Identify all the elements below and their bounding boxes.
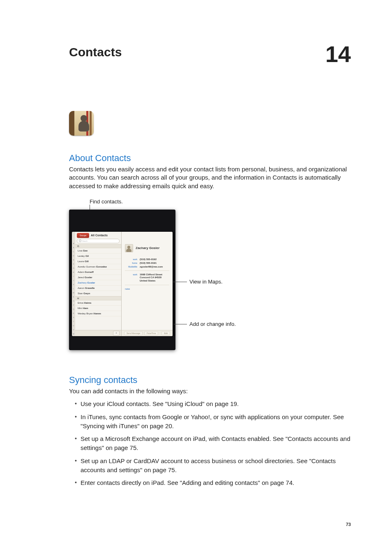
contacts-screenshot: ABCDEFGHIJKLMNOPQRSTUVWXYZ# Groups All C… bbox=[69, 210, 175, 350]
index-letter[interactable]: S bbox=[73, 316, 74, 318]
callout-view-in-maps: View in Maps. bbox=[189, 279, 223, 285]
list-item: Enter contacts directly on iPad. See "Ad… bbox=[75, 478, 351, 487]
index-letter[interactable]: L bbox=[73, 288, 74, 290]
contact-row[interactable]: Wesley Bryan Hamm bbox=[75, 311, 121, 316]
groups-button[interactable]: Groups bbox=[77, 233, 89, 238]
edit-button[interactable]: Edit bbox=[161, 331, 170, 335]
contact-row[interactable]: Adam Gorseff bbox=[75, 270, 121, 275]
contact-field[interactable]: home(510) 555-0191 bbox=[125, 262, 169, 264]
index-strip: ABCDEFGHIJKLMNOPQRSTUVWXYZ# bbox=[72, 232, 75, 336]
index-letter[interactable]: I bbox=[73, 275, 74, 277]
index-letter[interactable]: T bbox=[73, 321, 74, 323]
callout-find-contacts: Find contacts. bbox=[90, 198, 246, 205]
add-contact-button[interactable]: + bbox=[113, 331, 120, 336]
contact-row[interactable]: Erica Haims bbox=[75, 300, 121, 306]
section-heading-syncing: Syncing contacts bbox=[69, 375, 351, 385]
index-letter[interactable]: J bbox=[73, 279, 74, 281]
contact-card-pane: Zachary Gosler work(510) 555-0192home(51… bbox=[122, 232, 173, 336]
contact-name: Zachary Gosler bbox=[136, 246, 159, 250]
section-letter: H bbox=[75, 296, 121, 300]
list-item: In iTunes, sync contacts from Google or … bbox=[75, 413, 351, 431]
index-letter[interactable]: G bbox=[73, 267, 74, 269]
send-message-button[interactable]: Send Message bbox=[124, 331, 143, 335]
list-item: Set up a Microsoft Exchange account on i… bbox=[75, 434, 351, 452]
contacts-list-pane: Groups All Contacts Search GLisa GeeLesl… bbox=[75, 232, 122, 336]
index-letter[interactable]: K bbox=[73, 284, 74, 286]
list-item: Use your iCloud contacts. See "Using iCl… bbox=[75, 399, 351, 408]
contacts-app-icon bbox=[69, 111, 94, 136]
index-letter[interactable]: M bbox=[73, 292, 74, 294]
index-letter[interactable]: A bbox=[73, 242, 74, 245]
contact-row[interactable]: Jared Gosler bbox=[75, 275, 121, 280]
avatar bbox=[125, 244, 133, 252]
index-letter[interactable]: R bbox=[73, 312, 74, 314]
index-letter[interactable]: D bbox=[73, 255, 74, 257]
about-body: Contacts lets you easily access and edit… bbox=[69, 165, 351, 190]
search-icon bbox=[79, 240, 81, 242]
contact-field[interactable]: MobileMezgosler99@me.com bbox=[125, 265, 169, 268]
index-letter[interactable]: V bbox=[73, 329, 74, 331]
contact-row[interactable]: Stan Gwyn bbox=[75, 291, 121, 296]
index-letter[interactable]: F bbox=[73, 263, 74, 265]
index-letter[interactable]: E bbox=[73, 259, 74, 261]
index-letter[interactable]: U bbox=[73, 325, 74, 327]
index-letter[interactable]: B bbox=[73, 247, 74, 249]
chapter-title: Contacts bbox=[69, 45, 122, 59]
callout-add-change-info: Add or change info. bbox=[189, 321, 236, 328]
contact-row[interactable]: Zachary Gosler bbox=[75, 280, 121, 286]
chapter-number: 14 bbox=[325, 43, 351, 66]
index-letter[interactable]: Q bbox=[73, 308, 74, 310]
contact-row[interactable]: Lisa Gee bbox=[75, 248, 121, 254]
index-letter[interactable]: W bbox=[73, 333, 74, 335]
contact-row[interactable]: Aurelio Guzman Gonzalez bbox=[75, 264, 121, 270]
contact-row[interactable]: Aaron Gravelle bbox=[75, 286, 121, 291]
contact-field[interactable]: work(510) 555-0192 bbox=[125, 258, 169, 261]
section-heading-about: About Contacts bbox=[69, 153, 351, 164]
index-letter[interactable]: C bbox=[73, 251, 74, 253]
index-letter[interactable]: H bbox=[73, 271, 74, 273]
contact-row[interactable]: Laura Gill bbox=[75, 259, 121, 264]
search-input[interactable]: Search bbox=[77, 239, 120, 243]
list-item: Set up an LDAP or CardDAV account to acc… bbox=[75, 457, 351, 475]
notes-label: notes bbox=[125, 288, 169, 290]
page-number: 73 bbox=[346, 522, 351, 527]
all-contacts-title: All Contacts bbox=[91, 234, 108, 237]
contact-row[interactable]: Mini Ham bbox=[75, 306, 121, 311]
syncing-intro: You can add contacts in the following wa… bbox=[69, 387, 351, 395]
facetime-button[interactable]: FaceTime bbox=[144, 331, 158, 335]
contact-row[interactable]: Lesley Gil bbox=[75, 254, 121, 259]
index-letter[interactable]: O bbox=[73, 300, 74, 302]
section-letter: G bbox=[75, 244, 121, 248]
address-field[interactable]: work 1668 Clifford StreetConcord CA 9452… bbox=[125, 273, 169, 283]
index-letter[interactable]: P bbox=[73, 304, 74, 306]
index-letter[interactable]: N bbox=[73, 296, 74, 298]
